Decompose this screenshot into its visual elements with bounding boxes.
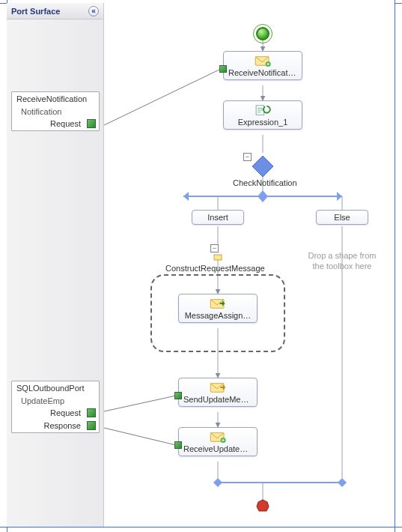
shape-label: MessageAssign… <box>183 311 252 320</box>
collapse-port-surface-button[interactable]: « <box>88 6 99 16</box>
port-message-row[interactable]: Response <box>12 420 99 432</box>
receive-notification-shape[interactable]: ReceiveNotificati… <box>223 51 302 80</box>
receive-envelope-icon <box>255 55 271 67</box>
message-assign-shape[interactable]: MessageAssign… <box>178 294 258 323</box>
port-anchor-icon[interactable] <box>174 441 182 449</box>
svg-marker-8 <box>258 190 268 202</box>
shape-label: SendUpdateMes… <box>183 395 252 404</box>
port-sql-outbound[interactable]: SQLOutboundPort UpdateEmp Request Respon… <box>11 381 100 433</box>
send-update-shape[interactable]: SendUpdateMes… <box>178 378 258 407</box>
branch-label: Insert <box>207 213 228 222</box>
port-anchor-icon[interactable] <box>219 65 227 73</box>
svg-marker-18 <box>338 478 347 487</box>
collapse-construct-toggle[interactable]: − <box>210 244 219 253</box>
port-connector-icon[interactable] <box>87 421 96 430</box>
port-title: ReceiveNotification <box>12 92 99 106</box>
expression-icon <box>255 104 271 116</box>
port-surface-header: Port Surface « <box>7 3 103 19</box>
shape-label: ReceiveNotificati… <box>228 68 297 77</box>
end-shape[interactable] <box>256 499 269 513</box>
vertical-guide-right <box>395 0 395 532</box>
receive-envelope-icon <box>210 431 226 443</box>
svg-line-22 <box>104 396 176 411</box>
branch-label: Else <box>334 213 350 222</box>
construct-icon <box>213 253 222 261</box>
expression-shape[interactable]: Expression_1 <box>223 100 302 130</box>
collapse-decision-toggle[interactable]: − <box>243 153 252 161</box>
drop-hint-text: Drop a shape from the toolbox here <box>306 250 378 271</box>
port-receive-notification[interactable]: ReceiveNotification Notification Request <box>11 91 100 131</box>
port-message-row[interactable]: Request <box>12 407 99 420</box>
port-message-label: Request <box>21 119 84 128</box>
port-message-row[interactable]: Request <box>12 118 99 130</box>
branch-else[interactable]: Else <box>316 210 368 225</box>
decision-label: CheckNotification <box>233 178 297 187</box>
port-operation: UpdateEmp <box>12 395 99 407</box>
port-connector-icon[interactable] <box>87 408 96 417</box>
port-anchor-icon[interactable] <box>174 392 182 399</box>
port-message-label: Request <box>21 408 84 417</box>
svg-rect-27 <box>214 255 222 260</box>
port-surface-title: Port Surface <box>11 7 60 16</box>
port-message-label: Response <box>21 421 84 430</box>
svg-marker-3 <box>252 156 273 177</box>
assign-envelope-icon <box>210 297 226 309</box>
shape-label: ReceiveUpdateR… <box>183 444 252 453</box>
port-operation: Notification <box>12 106 99 118</box>
port-connector-icon[interactable] <box>87 119 96 128</box>
branch-insert[interactable]: Insert <box>192 210 244 225</box>
construct-group-label: ConstructRequestMessage <box>165 264 265 273</box>
svg-marker-7 <box>337 192 342 201</box>
svg-marker-6 <box>183 192 189 201</box>
orchestration-canvas[interactable]: ReceiveNotificati… Expression_1 − CheckN… <box>104 3 395 527</box>
svg-line-21 <box>104 69 221 125</box>
svg-marker-17 <box>213 478 222 487</box>
horizontal-guide-bottom <box>0 527 402 528</box>
port-surface-panel: Port Surface « ReceiveNotification Notif… <box>7 3 104 527</box>
start-shape[interactable] <box>256 27 269 40</box>
svg-marker-32 <box>257 500 269 511</box>
port-title: SQLOutboundPort <box>12 381 99 395</box>
receive-update-shape[interactable]: ReceiveUpdateR… <box>178 427 258 456</box>
send-envelope-icon <box>210 381 226 393</box>
svg-line-23 <box>104 428 176 445</box>
shape-label: Expression_1 <box>228 118 297 127</box>
